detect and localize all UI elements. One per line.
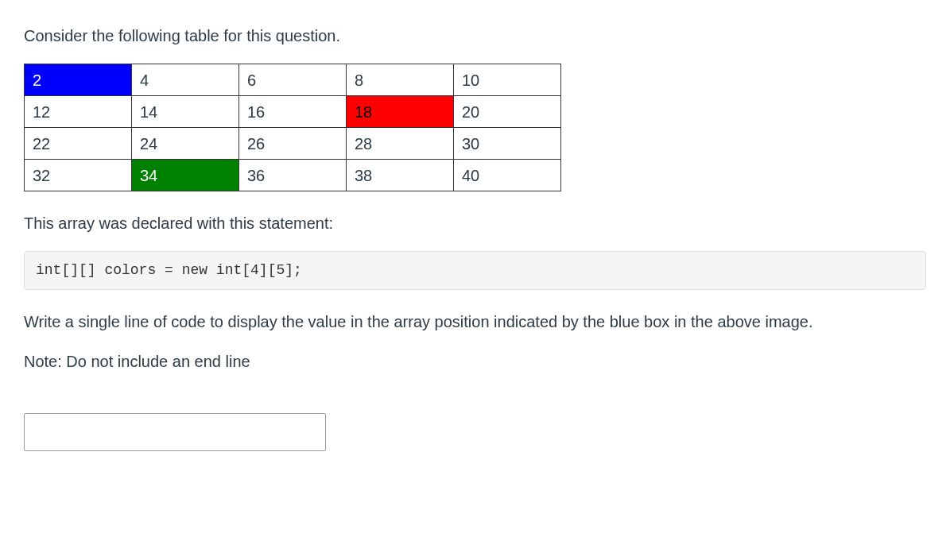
table-cell: 40	[454, 160, 561, 191]
table-cell: 28	[347, 128, 454, 160]
table-cell: 14	[132, 96, 239, 128]
table-row: 246810	[25, 64, 561, 96]
table-cell: 8	[347, 64, 454, 96]
array-table: 246810121416182022242628303234363840	[24, 64, 561, 191]
answer-input[interactable]	[24, 413, 326, 451]
instruction-text: Write a single line of code to display t…	[24, 310, 926, 334]
table-cell: 22	[25, 128, 132, 160]
code-block: int[][] colors = new int[4][5];	[24, 251, 926, 290]
table-row: 3234363840	[25, 160, 561, 191]
table-cell: 34	[132, 160, 239, 191]
table-cell: 24	[132, 128, 239, 160]
table-cell: 2	[25, 64, 132, 96]
table-cell: 6	[239, 64, 347, 96]
table-cell: 36	[239, 160, 347, 191]
table-cell: 4	[132, 64, 239, 96]
table-cell: 12	[25, 96, 132, 128]
table-cell: 18	[347, 96, 454, 128]
table-cell: 10	[454, 64, 561, 96]
note-text: Note: Do not include an end line	[24, 350, 926, 373]
intro-text: Consider the following table for this qu…	[24, 24, 926, 48]
table-cell: 16	[239, 96, 347, 128]
table-row: 1214161820	[25, 96, 561, 128]
table-cell: 38	[347, 160, 454, 191]
table-row: 2224262830	[25, 128, 561, 160]
declaration-text: This array was declared with this statem…	[24, 211, 926, 235]
table-cell: 26	[239, 128, 347, 160]
table-cell: 30	[454, 128, 561, 160]
table-cell: 32	[25, 160, 132, 191]
table-cell: 20	[454, 96, 561, 128]
